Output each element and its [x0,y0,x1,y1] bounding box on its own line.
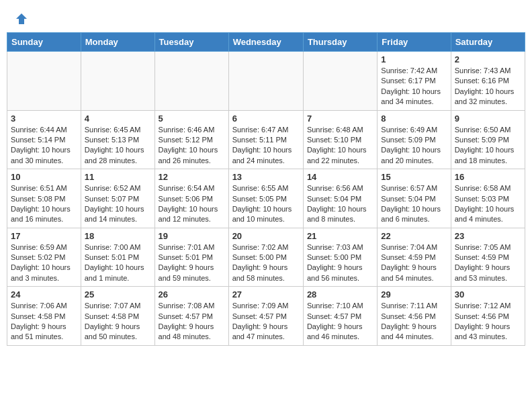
calendar-cell: 30Sunrise: 7:12 AM Sunset: 4:56 PM Dayli… [451,287,525,346]
calendar-cell [154,52,228,111]
day-number: 30 [455,289,521,300]
day-number: 22 [381,231,447,241]
calendar-cell: 12Sunrise: 6:54 AM Sunset: 5:06 PM Dayli… [154,169,228,228]
calendar-cell [7,52,81,111]
calendar-cell: 20Sunrise: 7:02 AM Sunset: 5:00 PM Dayli… [228,228,303,287]
calendar-cell [81,52,154,111]
day-info: Sunrise: 6:52 AM Sunset: 5:07 PM Dayligh… [85,183,151,225]
day-info: Sunrise: 7:01 AM Sunset: 5:01 PM Dayligh… [159,242,225,284]
calendar-cell: 2Sunrise: 7:43 AM Sunset: 6:16 PM Daylig… [451,52,525,111]
calendar-cell: 25Sunrise: 7:07 AM Sunset: 4:58 PM Dayli… [81,287,154,346]
day-number: 29 [381,289,447,300]
calendar-cell: 1Sunrise: 7:42 AM Sunset: 6:17 PM Daylig… [378,52,451,111]
day-info: Sunrise: 7:12 AM Sunset: 4:56 PM Dayligh… [455,301,521,342]
day-info: Sunrise: 7:04 AM Sunset: 4:59 PM Dayligh… [381,242,447,284]
day-info: Sunrise: 7:43 AM Sunset: 6:16 PM Dayligh… [455,66,521,107]
day-number: 8 [381,113,447,124]
day-info: Sunrise: 7:11 AM Sunset: 4:56 PM Dayligh… [381,301,447,342]
day-info: Sunrise: 7:06 AM Sunset: 4:58 PM Dayligh… [11,301,77,342]
day-number: 1 [381,54,447,64]
day-number: 27 [232,289,300,300]
day-info: Sunrise: 6:51 AM Sunset: 5:08 PM Dayligh… [11,183,77,225]
day-number: 4 [85,113,151,124]
calendar-week-row: 17Sunrise: 6:59 AM Sunset: 5:02 PM Dayli… [7,228,525,287]
day-info: Sunrise: 6:47 AM Sunset: 5:11 PM Dayligh… [232,125,300,167]
day-info: Sunrise: 6:49 AM Sunset: 5:09 PM Dayligh… [381,125,447,167]
day-info: Sunrise: 7:03 AM Sunset: 5:00 PM Dayligh… [307,242,373,284]
day-number: 11 [85,172,151,182]
calendar-header-monday: Monday [81,33,154,52]
calendar-week-row: 10Sunrise: 6:51 AM Sunset: 5:08 PM Dayli… [7,169,525,228]
calendar-cell: 8Sunrise: 6:49 AM Sunset: 5:09 PM Daylig… [378,110,451,169]
day-number: 2 [455,54,521,64]
calendar-header-wednesday: Wednesday [228,33,303,52]
day-number: 21 [307,231,373,241]
day-info: Sunrise: 6:55 AM Sunset: 5:05 PM Dayligh… [232,183,300,225]
day-number: 16 [455,172,521,182]
page-header [7,7,525,28]
logo-area [13,12,28,26]
calendar-cell: 27Sunrise: 7:09 AM Sunset: 4:57 PM Dayli… [228,287,303,346]
day-info: Sunrise: 7:00 AM Sunset: 5:01 PM Dayligh… [85,242,151,284]
calendar-header-friday: Friday [378,33,451,52]
calendar-cell: 19Sunrise: 7:01 AM Sunset: 5:01 PM Dayli… [154,228,228,287]
day-number: 15 [381,172,447,182]
day-number: 28 [307,289,373,300]
day-info: Sunrise: 7:10 AM Sunset: 4:57 PM Dayligh… [307,301,373,342]
calendar-cell: 17Sunrise: 6:59 AM Sunset: 5:02 PM Dayli… [7,228,81,287]
calendar-cell: 23Sunrise: 7:05 AM Sunset: 4:59 PM Dayli… [451,228,525,287]
calendar-cell: 11Sunrise: 6:52 AM Sunset: 5:07 PM Dayli… [81,169,154,228]
calendar-cell [303,52,377,111]
day-number: 10 [11,172,77,182]
calendar-cell: 16Sunrise: 6:58 AM Sunset: 5:03 PM Dayli… [451,169,525,228]
calendar-header-sunday: Sunday [7,33,81,52]
day-number: 24 [11,289,77,300]
day-info: Sunrise: 7:42 AM Sunset: 6:17 PM Dayligh… [381,66,447,107]
day-number: 14 [307,172,373,182]
day-number: 25 [85,289,151,300]
calendar-header-saturday: Saturday [451,33,525,52]
day-number: 5 [159,113,225,124]
calendar-cell: 18Sunrise: 7:00 AM Sunset: 5:01 PM Dayli… [81,228,154,287]
calendar-cell: 22Sunrise: 7:04 AM Sunset: 4:59 PM Dayli… [378,228,451,287]
calendar-week-row: 1Sunrise: 7:42 AM Sunset: 6:17 PM Daylig… [7,52,525,111]
calendar-header-tuesday: Tuesday [154,33,228,52]
calendar-cell: 26Sunrise: 7:08 AM Sunset: 4:57 PM Dayli… [154,287,228,346]
day-info: Sunrise: 7:02 AM Sunset: 5:00 PM Dayligh… [232,242,300,284]
day-info: Sunrise: 6:58 AM Sunset: 5:03 PM Dayligh… [455,183,521,225]
calendar-header-thursday: Thursday [303,33,377,52]
day-info: Sunrise: 6:54 AM Sunset: 5:06 PM Dayligh… [159,183,225,225]
day-info: Sunrise: 6:56 AM Sunset: 5:04 PM Dayligh… [307,183,373,225]
day-number: 23 [455,231,521,241]
svg-marker-0 [16,13,27,24]
day-info: Sunrise: 7:09 AM Sunset: 4:57 PM Dayligh… [232,301,300,342]
day-number: 7 [307,113,373,124]
calendar-cell: 14Sunrise: 6:56 AM Sunset: 5:04 PM Dayli… [303,169,377,228]
day-info: Sunrise: 6:50 AM Sunset: 5:09 PM Dayligh… [455,125,521,167]
day-info: Sunrise: 6:57 AM Sunset: 5:04 PM Dayligh… [381,183,447,225]
calendar-cell: 13Sunrise: 6:55 AM Sunset: 5:05 PM Dayli… [228,169,303,228]
day-info: Sunrise: 6:44 AM Sunset: 5:14 PM Dayligh… [11,125,77,167]
logo-icon [15,12,28,26]
calendar-cell: 21Sunrise: 7:03 AM Sunset: 5:00 PM Dayli… [303,228,377,287]
logo [13,12,28,26]
day-number: 17 [11,231,77,241]
day-number: 3 [11,113,77,124]
day-number: 9 [455,113,521,124]
day-number: 18 [85,231,151,241]
day-info: Sunrise: 6:48 AM Sunset: 5:10 PM Dayligh… [307,125,373,167]
calendar-cell [228,52,303,111]
calendar-week-row: 3Sunrise: 6:44 AM Sunset: 5:14 PM Daylig… [7,110,525,169]
calendar-cell: 7Sunrise: 6:48 AM Sunset: 5:10 PM Daylig… [303,110,377,169]
calendar-week-row: 24Sunrise: 7:06 AM Sunset: 4:58 PM Dayli… [7,287,525,346]
day-number: 26 [159,289,225,300]
day-number: 20 [232,231,300,241]
calendar-cell: 4Sunrise: 6:45 AM Sunset: 5:13 PM Daylig… [81,110,154,169]
calendar-cell: 3Sunrise: 6:44 AM Sunset: 5:14 PM Daylig… [7,110,81,169]
day-number: 19 [159,231,225,241]
calendar-cell: 29Sunrise: 7:11 AM Sunset: 4:56 PM Dayli… [378,287,451,346]
day-number: 6 [232,113,300,124]
day-info: Sunrise: 6:45 AM Sunset: 5:13 PM Dayligh… [85,125,151,167]
calendar-cell: 5Sunrise: 6:46 AM Sunset: 5:12 PM Daylig… [154,110,228,169]
calendar-cell: 9Sunrise: 6:50 AM Sunset: 5:09 PM Daylig… [451,110,525,169]
